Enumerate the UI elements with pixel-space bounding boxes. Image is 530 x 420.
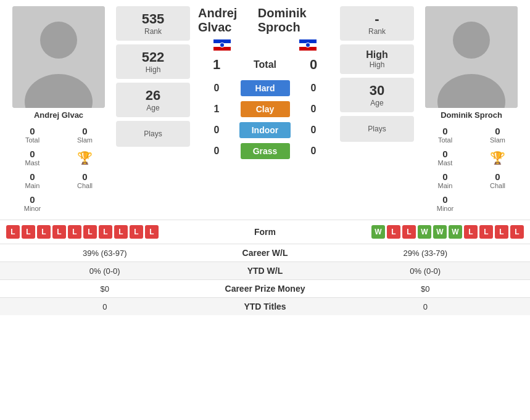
right-total-value: 0 xyxy=(420,126,470,136)
right-plays-label: Plays xyxy=(343,125,411,133)
right-form-l3: L xyxy=(464,225,478,239)
left-slam-value: 0 xyxy=(60,126,110,136)
right-age-label: Age xyxy=(343,99,411,107)
right-ytd-titles: 0 xyxy=(327,302,524,311)
right-mast-cell: 0 Mast xyxy=(419,146,471,169)
left-player-card: Andrej Glvac 0 Total 0 Slam 0 Mast 🏆 xyxy=(6,6,111,215)
flag-row xyxy=(195,39,335,51)
grass-left-score: 0 xyxy=(207,146,226,157)
right-high-label: High xyxy=(343,60,411,69)
hard-badge: Hard xyxy=(241,80,290,96)
left-ytd-wl: 0% (0-0) xyxy=(6,266,204,276)
svg-point-14 xyxy=(453,22,490,59)
right-high-value: High xyxy=(343,49,411,60)
left-total-label: Total xyxy=(7,136,57,144)
right-main-label: Main xyxy=(420,182,470,189)
left-form-badges: L L L L L L L L L L xyxy=(6,225,204,239)
right-form-l2: L xyxy=(402,225,416,239)
left-center-name: Andrej Glvac xyxy=(198,6,258,35)
left-mast-value: 0 xyxy=(7,149,57,159)
clay-row: 1 Clay 0 xyxy=(195,101,335,117)
main-container: Andrej Glvac 0 Total 0 Slam 0 Mast 🏆 xyxy=(0,0,530,315)
grass-row: 0 Grass 0 xyxy=(195,143,335,159)
left-trophy-cell: 🏆 xyxy=(59,146,111,169)
ytd-titles-row: 0 YTD Titles 0 xyxy=(0,297,530,315)
right-rank-label: Rank xyxy=(343,27,411,36)
left-plays-label: Plays xyxy=(119,130,187,138)
left-form-l8: L xyxy=(114,225,128,239)
left-minor-cell: 0 Minor xyxy=(6,192,59,215)
left-slam-label: Slam xyxy=(60,136,110,144)
right-career-wl: 29% (33-79) xyxy=(327,249,524,258)
prize-label: Career Prize Money xyxy=(204,284,327,294)
right-player-card: Dominik Sproch 0 Total 0 Slam 0 Mast 🏆 xyxy=(419,6,524,215)
left-rank-box: 535 Rank xyxy=(116,6,190,41)
left-rank-label: Rank xyxy=(119,27,187,36)
right-chall-value: 0 xyxy=(473,171,523,182)
left-form-l6: L xyxy=(83,225,97,239)
svg-point-1 xyxy=(40,22,77,59)
right-slam-value: 0 xyxy=(473,126,523,136)
grass-badge: Grass xyxy=(241,143,290,159)
svg-point-7 xyxy=(220,43,224,47)
left-minor-label: Minor xyxy=(7,205,57,212)
left-player-name: Andrej Glvac xyxy=(34,110,83,120)
left-form-l9: L xyxy=(130,225,143,239)
right-minor-value: 0 xyxy=(420,194,470,205)
right-player-name: Dominik Sproch xyxy=(441,110,502,120)
right-trophy-cell: 🏆 xyxy=(471,146,524,169)
right-main-value: 0 xyxy=(420,171,470,182)
right-total-score: 0 xyxy=(304,57,323,73)
left-stats-grid: 0 Total 0 Slam 0 Mast 🏆 0 Main xyxy=(6,123,111,215)
grass-right-score: 0 xyxy=(304,146,323,157)
hard-row: 0 Hard 0 xyxy=(195,80,335,96)
hard-left-score: 0 xyxy=(207,83,226,94)
right-ytd-wl: 0% (0-0) xyxy=(327,266,524,276)
left-age-value: 26 xyxy=(119,88,187,104)
left-age-label: Age xyxy=(119,104,187,112)
left-plays-box: Plays xyxy=(116,121,190,147)
right-rank-value: - xyxy=(343,11,411,27)
left-ytd-titles: 0 xyxy=(6,302,204,311)
right-form-w3: W xyxy=(433,225,447,239)
left-total-value: 0 xyxy=(7,126,57,136)
right-total-label: Total xyxy=(420,136,470,144)
left-form-l4: L xyxy=(52,225,66,239)
right-form-w1: W xyxy=(371,225,385,239)
form-label: Form xyxy=(204,227,327,237)
right-plays-box: Plays xyxy=(340,116,414,142)
player-names-row: Andrej Glvac Dominik Sproch xyxy=(195,6,335,35)
left-age-box: 26 Age xyxy=(116,83,190,117)
left-chall-label: Chall xyxy=(60,182,110,189)
left-chall-value: 0 xyxy=(60,171,110,182)
left-form-l1: L xyxy=(6,225,20,239)
top-section: Andrej Glvac 0 Total 0 Slam 0 Mast 🏆 xyxy=(0,0,530,215)
right-player-avatar xyxy=(425,6,518,108)
right-trophy-icon: 🏆 xyxy=(490,150,505,165)
right-flag xyxy=(299,39,317,51)
left-main-cell: 0 Main xyxy=(6,169,59,192)
left-main-label: Main xyxy=(7,182,57,189)
center-section: Andrej Glvac Dominik Sproch xyxy=(195,6,335,215)
left-total-score: 1 xyxy=(207,57,226,73)
left-form-l3: L xyxy=(37,225,51,239)
right-main-cell: 0 Main xyxy=(419,169,471,192)
hard-right-score: 0 xyxy=(304,83,323,94)
left-form-l2: L xyxy=(22,225,35,239)
right-chall-cell: 0 Chall xyxy=(471,169,524,192)
right-slam-label: Slam xyxy=(473,136,523,144)
form-row: L L L L L L L L L L Form W L L W W W L L xyxy=(0,220,530,244)
left-stat-boxes: 535 Rank 522 High 26 Age Plays xyxy=(116,6,190,215)
right-form-w4: W xyxy=(449,225,462,239)
right-prize: $0 xyxy=(327,284,524,294)
left-total-cell: 0 Total xyxy=(6,123,59,146)
right-mast-label: Mast xyxy=(420,159,470,167)
right-age-box: 30 Age xyxy=(340,78,414,112)
left-trophy-icon: 🏆 xyxy=(77,150,93,165)
clay-left-score: 1 xyxy=(207,104,226,115)
left-minor-value: 0 xyxy=(7,194,57,205)
clay-badge: Clay xyxy=(241,101,290,117)
right-form-l1: L xyxy=(387,225,400,239)
right-mast-value: 0 xyxy=(420,149,470,159)
right-form-w2: W xyxy=(418,225,431,239)
